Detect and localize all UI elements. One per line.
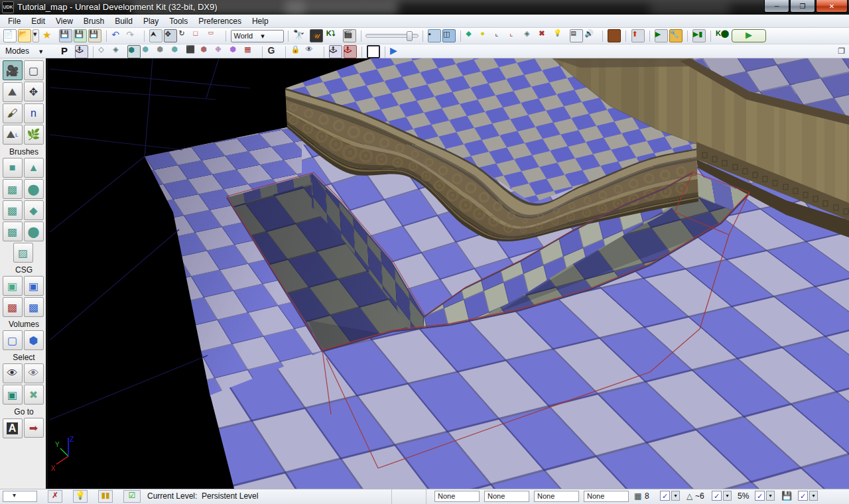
svg-text:Z: Z <box>70 436 74 443</box>
svg-text:X: X <box>51 465 56 472</box>
svg-text:Y: Y <box>55 441 60 448</box>
